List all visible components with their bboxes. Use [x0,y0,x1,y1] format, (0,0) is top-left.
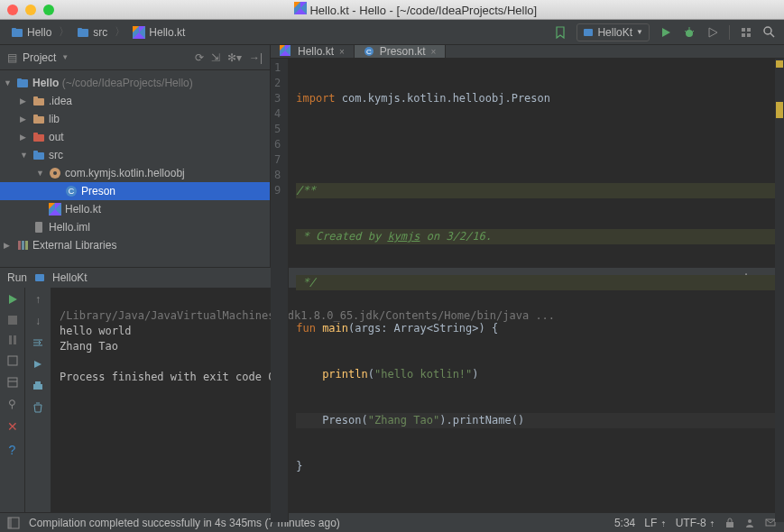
svg-rect-31 [33,152,44,160]
source-folder-icon [32,149,45,161]
project-view-label[interactable]: Project [23,51,56,64]
collapse-arrow-icon: ▶ [20,133,29,142]
project-view-select-icon[interactable]: ▤ [7,51,17,64]
run-tool-config-name: HelloKt [52,271,88,284]
dump-threads-icon[interactable] [6,354,19,367]
run-config-icon [583,27,594,38]
gear-icon[interactable]: ✻▾ [227,51,242,64]
zoom-window-button[interactable] [43,5,54,15]
minimize-window-button[interactable] [25,5,36,15]
debug-button[interactable] [682,25,696,40]
tool-windows-icon[interactable] [7,517,20,529]
restore-layout-icon[interactable] [6,376,19,389]
pin-tab-icon[interactable]: ⚲ [8,398,16,410]
scroll-to-end-icon[interactable] [32,358,44,371]
warning-marker[interactable] [776,102,783,118]
svg-rect-25 [33,98,44,105]
svg-rect-62 [726,522,733,527]
close-tab-icon[interactable]: × [431,47,437,57]
chevron-down-icon[interactable]: ▼ [61,53,69,61]
collapse-all-icon[interactable]: ⇲ [211,51,220,64]
editor-content[interactable]: import com.kymjs.kotlin.helloobj.Preson … [289,59,784,522]
window-title: Hello.kt - Hello - [~/code/IdeaProjects/… [54,2,777,17]
tree-file-hello-kt[interactable]: Hello.kt [0,200,270,218]
rerun-icon[interactable] [6,293,19,306]
run-tool-label: Run [7,271,27,284]
collapse-arrow-icon: ▶ [4,241,13,250]
window-titlebar: Hello.kt - Hello - [~/code/IdeaProjects/… [0,0,784,20]
breadcrumb-project[interactable]: Hello [7,24,55,41]
svg-line-14 [685,31,687,32]
help-icon[interactable]: ? [9,443,16,457]
collapse-arrow-icon: ▶ [20,96,29,105]
tab-hello-kt[interactable]: Hello.kt × [271,45,355,58]
tab-preson-kt[interactable]: C Preson.kt × [355,45,447,58]
code-editor[interactable]: 123456789 import com.kymjs.kotlin.helloo… [271,59,784,522]
libraries-icon [16,239,29,252]
folder-icon [77,26,89,39]
svg-rect-40 [35,222,42,233]
svg-rect-32 [33,151,38,153]
soft-wrap-icon[interactable] [32,336,44,349]
print-icon[interactable] [32,380,44,392]
error-stripe[interactable] [775,59,784,522]
expand-arrow-icon: ▼ [20,151,29,160]
svg-rect-49 [35,274,44,281]
tree-folder-idea[interactable]: ▶ .idea [0,92,270,110]
expand-arrow-icon: ▼ [36,169,45,178]
svg-point-12 [686,30,693,37]
pause-icon[interactable] [7,335,18,345]
project-tool-header: ▤ Project ▼ ⟳ ⇲ ✻▾ →| [0,45,270,70]
breadcrumb-src[interactable]: src [73,24,111,41]
kotlin-class-icon: C [65,185,78,197]
project-structure-icon[interactable] [739,25,753,40]
close-icon[interactable]: ✕ [7,419,18,434]
project-tool-window: ▤ Project ▼ ⟳ ⇲ ✻▾ →| ▼ Hello (~/code/Id… [0,45,271,267]
tree-class-preson[interactable]: C Preson [0,182,270,200]
svg-rect-51 [8,316,17,325]
make-project-icon[interactable] [553,25,567,40]
svg-point-21 [764,27,771,34]
tree-file-hello-iml[interactable]: Hello.iml [0,218,270,236]
run-button[interactable] [659,25,673,40]
close-window-button[interactable] [7,5,18,15]
svg-rect-58 [35,381,41,384]
svg-rect-54 [8,356,17,365]
svg-rect-6 [78,28,82,31]
svg-rect-42 [22,241,24,250]
stop-icon[interactable] [7,315,18,326]
tree-root[interactable]: ▼ Hello (~/code/IdeaProjects/Hello) [0,74,270,92]
svg-rect-55 [8,378,17,387]
folder-icon [32,95,45,107]
close-tab-icon[interactable]: × [339,47,345,57]
hide-tool-window-icon[interactable]: →| [249,51,263,64]
breadcrumb-file[interactable]: Hello.kt [129,24,189,41]
project-tree: ▼ Hello (~/code/IdeaProjects/Hello) ▶ .i… [0,70,270,258]
svg-rect-43 [25,241,28,250]
tree-folder-out[interactable]: ▶ out [0,128,270,146]
file-icon [32,221,45,234]
svg-rect-52 [9,335,12,344]
package-icon [49,167,61,179]
tree-package[interactable]: ▼ com.kymjs.kotlin.helloobj [0,164,270,182]
svg-rect-41 [18,241,21,250]
tree-folder-lib[interactable]: ▶ lib [0,110,270,128]
svg-rect-28 [33,115,38,117]
scroll-to-source-icon[interactable]: ⟳ [195,51,204,64]
folder-icon [32,131,45,143]
svg-rect-27 [33,116,44,124]
clear-all-icon[interactable] [32,401,44,414]
tree-external-libraries[interactable]: ▶ External Libraries [0,236,270,254]
editor-gutter[interactable]: 123456789 [271,59,289,522]
svg-rect-17 [742,28,745,32]
up-stack-icon[interactable]: ↑ [35,293,41,306]
navigation-bar: Hello 〉 src 〉 Hello.kt HelloKt ▼ [0,20,784,45]
warning-marker[interactable] [776,60,783,68]
run-configuration-selector[interactable]: HelloKt ▼ [576,23,650,41]
tree-folder-src[interactable]: ▼ src [0,146,270,164]
down-stack-icon[interactable]: ↓ [35,315,41,327]
kotlin-file-icon [49,203,61,216]
coverage-button[interactable] [706,25,720,40]
search-icon[interactable] [762,25,777,40]
svg-line-15 [692,31,694,32]
